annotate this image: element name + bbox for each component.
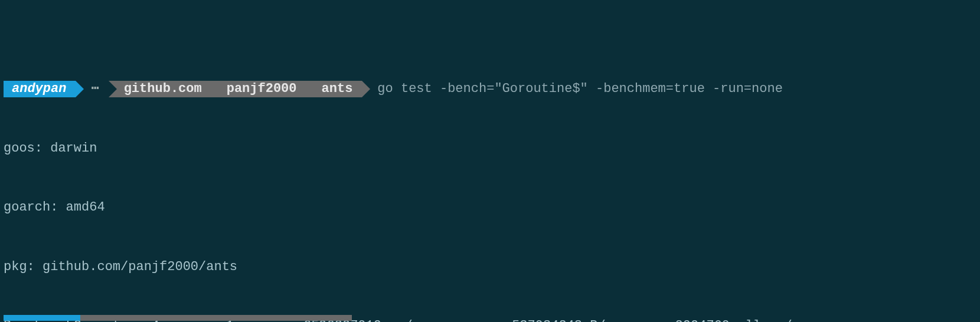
bench-bop: 537984248 B/op bbox=[494, 316, 659, 322]
prompt-line: andypan ⋯ github.com panjf2000 ants go t… bbox=[0, 79, 980, 99]
goarch-line: goarch: amd64 bbox=[0, 198, 980, 218]
terminal[interactable]: andypan ⋯ github.com panjf2000 ants go t… bbox=[0, 0, 980, 322]
prompt-user-segment: andypan bbox=[4, 81, 76, 97]
goos-line: goos: darwin bbox=[0, 139, 980, 159]
command-text[interactable]: go test -bench="Goroutine$" -benchmem=tr… bbox=[377, 79, 783, 99]
prompt-path-segment-1: github.com bbox=[109, 81, 211, 97]
prompt-path-segment-2: panjf2000 bbox=[211, 81, 306, 97]
pkg-line: pkg: github.com/panjf2000/ants bbox=[0, 257, 980, 277]
bench-alloc: 2004769 allocs/op bbox=[659, 316, 836, 322]
partial-prompt-strip-path bbox=[80, 315, 352, 321]
prompt-path-segment-3: ants bbox=[306, 81, 362, 97]
partial-prompt-strip-user bbox=[4, 315, 80, 321]
